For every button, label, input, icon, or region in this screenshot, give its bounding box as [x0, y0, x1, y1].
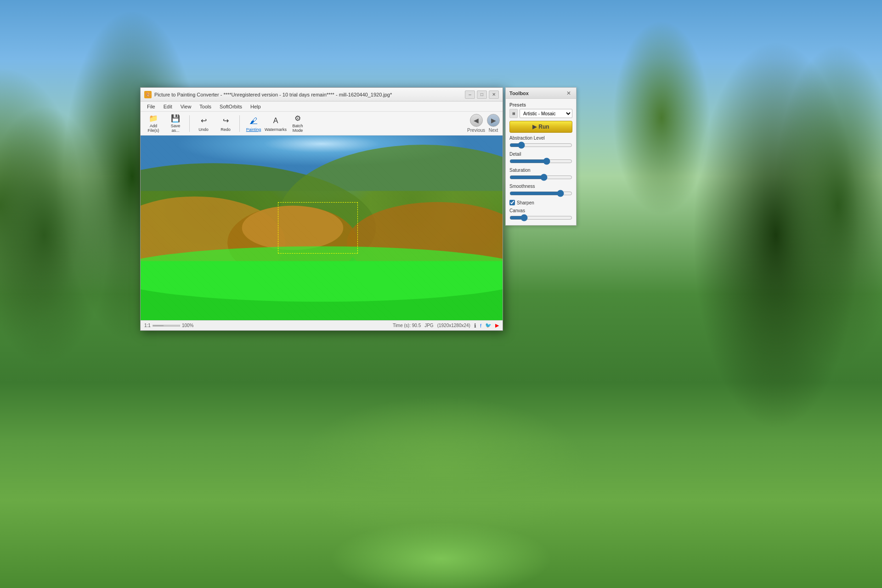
toolbox-body: Presets ⊞ Artistic - Mosaic Artistic - O…: [506, 99, 576, 225]
save-as-label: Saveas...: [171, 124, 181, 133]
abstraction-level-slider[interactable]: [509, 141, 572, 149]
menu-edit[interactable]: Edit: [160, 103, 176, 110]
toolbox-close-button[interactable]: ✕: [565, 90, 572, 97]
zoom-ratio: 1:1: [144, 323, 151, 328]
abstraction-level-label: Abstraction Level: [509, 136, 572, 141]
run-button[interactable]: ▶ Run: [509, 121, 572, 133]
saturation-label: Saturation: [509, 168, 572, 173]
status-bar: 1:1 100% Time (s): 90.5 JPG (1920x1280x2…: [141, 320, 503, 330]
save-as-icon: 💾: [170, 114, 181, 123]
app-window: 🎨 Picture to Painting Converter - ****Un…: [140, 87, 503, 331]
menu-help[interactable]: Help: [247, 103, 265, 110]
next-label: Next: [489, 128, 498, 133]
toolbar: 📁 AddFile(s) 💾 Saveas... ↩ Undo ↪ Redo 🖌…: [141, 112, 503, 136]
window-controls: – □ ✕: [465, 90, 499, 99]
nav-buttons: ◀ Previous ▶ Next: [467, 114, 500, 133]
menu-file[interactable]: File: [143, 103, 159, 110]
canvas-slider-row: Canvas: [509, 208, 572, 221]
detail-label: Detail: [509, 152, 572, 157]
presets-label: Presets: [509, 102, 572, 107]
watermarks-button[interactable]: A Watermarks: [266, 113, 286, 134]
title-bar-left: 🎨 Picture to Painting Converter - ****Un…: [144, 91, 392, 98]
presets-icon: ⊞: [509, 109, 518, 118]
svg-rect-9: [141, 136, 503, 320]
menu-tools[interactable]: Tools: [196, 103, 215, 110]
painting-button[interactable]: 🖌 Painting: [243, 113, 264, 134]
toolbox-title: Toolbox: [509, 90, 529, 96]
time-label: Time (s): 90.5: [393, 323, 421, 328]
minimize-button[interactable]: –: [465, 90, 475, 99]
undo-button[interactable]: ↩ Undo: [193, 113, 214, 134]
next-button[interactable]: ▶: [487, 114, 500, 127]
main-content: [141, 136, 503, 320]
status-right: Time (s): 90.5 JPG (1920x1280x24) ℹ f 🐦 …: [393, 322, 499, 329]
youtube-icon[interactable]: ▶: [495, 322, 499, 328]
abstraction-level-slider-row: Abstraction Level: [509, 136, 572, 149]
painting-canvas: [141, 136, 503, 320]
watermarks-label: Watermarks: [265, 127, 287, 132]
toolbar-separator-1: [189, 115, 190, 132]
smoothness-slider-row: Smoothness: [509, 184, 572, 197]
facebook-icon[interactable]: f: [480, 323, 481, 328]
batch-mode-label: BatchMode: [292, 124, 303, 133]
zoom-slider[interactable]: [153, 325, 180, 327]
detail-slider-row: Detail: [509, 152, 572, 165]
toolbar-separator-2: [239, 115, 240, 132]
redo-label: Redo: [220, 127, 231, 132]
info-icon[interactable]: ℹ: [474, 322, 476, 329]
painting-icon: 🖌: [248, 115, 259, 126]
menu-view[interactable]: View: [177, 103, 195, 110]
app-icon: 🎨: [144, 91, 152, 98]
smoothness-slider[interactable]: [509, 190, 572, 197]
batch-mode-button[interactable]: ⚙ BatchMode: [288, 113, 308, 134]
presets-section: Presets ⊞ Artistic - Mosaic Artistic - O…: [509, 102, 572, 118]
undo-label: Undo: [198, 127, 209, 132]
sharpen-checkbox[interactable]: [509, 200, 515, 205]
presets-dropdown[interactable]: Artistic - Mosaic Artistic - Oil Artisti…: [520, 109, 572, 118]
maximize-button[interactable]: □: [477, 90, 487, 99]
smoothness-label: Smoothness: [509, 184, 572, 189]
add-files-icon: 📁: [148, 114, 159, 123]
save-as-button[interactable]: 💾 Saveas...: [165, 113, 186, 134]
redo-icon: ↪: [220, 115, 231, 126]
dimensions-label: (1920x1280x24): [437, 323, 470, 328]
menu-softorbits[interactable]: SoftOrbits: [216, 103, 246, 110]
canvas-label: Canvas: [509, 208, 572, 213]
saturation-slider-row: Saturation: [509, 168, 572, 181]
sharpen-label[interactable]: Sharpen: [517, 200, 534, 205]
toolbox-header: Toolbox ✕: [506, 88, 576, 99]
detail-slider[interactable]: [509, 158, 572, 165]
window-title: Picture to Painting Converter - ****Unre…: [154, 92, 392, 97]
add-files-label: AddFile(s): [148, 124, 159, 133]
close-button[interactable]: ✕: [489, 90, 499, 99]
status-zoom: 1:1 100%: [144, 323, 193, 328]
previous-label: Previous: [467, 128, 485, 133]
title-bar: 🎨 Picture to Painting Converter - ****Un…: [141, 88, 503, 102]
saturation-slider[interactable]: [509, 174, 572, 181]
add-files-button[interactable]: 📁 AddFile(s): [143, 113, 164, 134]
zoom-percent: 100%: [182, 323, 194, 328]
run-icon: ▶: [532, 124, 537, 130]
batch-mode-icon: ⚙: [292, 114, 303, 123]
watermarks-icon: A: [270, 115, 281, 126]
canvas-slider[interactable]: [509, 214, 572, 221]
twitter-icon[interactable]: 🐦: [485, 322, 492, 328]
menu-bar: File Edit View Tools SoftOrbits Help: [141, 102, 503, 112]
previous-button[interactable]: ◀: [470, 114, 483, 127]
toolbox-panel: Toolbox ✕ Presets ⊞ Artistic - Mosaic Ar…: [505, 87, 577, 226]
presets-row: ⊞ Artistic - Mosaic Artistic - Oil Artis…: [509, 109, 572, 118]
undo-icon: ↩: [198, 115, 209, 126]
format-label: JPG: [424, 323, 433, 328]
run-label: Run: [538, 124, 549, 130]
redo-button[interactable]: ↪ Redo: [215, 113, 236, 134]
sharpen-row: Sharpen: [509, 200, 572, 205]
canvas-area[interactable]: [141, 136, 503, 320]
painting-label: Painting: [246, 127, 261, 132]
